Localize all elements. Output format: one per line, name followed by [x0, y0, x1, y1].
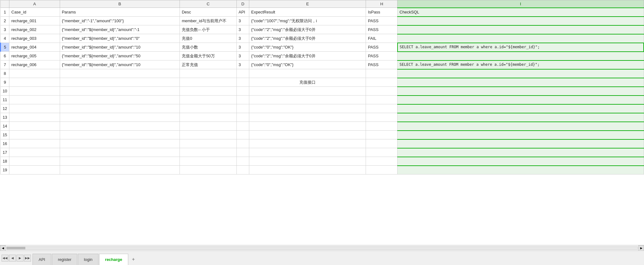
header-checksql: CheckSQL — [398, 8, 644, 17]
col-header-E[interactable]: E — [249, 0, 366, 8]
cell-case-id-1[interactable]: recharge_001 — [9, 17, 60, 25]
cell-ispass-5[interactable]: PASS — [366, 52, 398, 60]
col-header-H[interactable]: H — [366, 0, 398, 8]
tab-bar: ◀◀ ◀ ▶ ▶▶ API register login recharge + — [0, 251, 644, 265]
cell-case-id-3[interactable]: recharge_003 — [9, 34, 60, 43]
table-row: 10 — [1, 87, 644, 96]
scroll-left-btn[interactable]: ◀ — [0, 245, 6, 251]
tab-api[interactable]: API — [33, 254, 51, 265]
table-row: 13 — [1, 113, 644, 122]
table-row: 11 — [1, 96, 644, 104]
tab-recharge[interactable]: recharge — [99, 254, 128, 265]
col-header-A[interactable]: A — [9, 0, 60, 8]
cell-expect-1[interactable]: {"code":"1007","msg":"无权限访问，i — [249, 17, 366, 25]
cell-api-2[interactable]: 3 — [236, 25, 249, 34]
cell-checksql-4[interactable]: SELECT a.leave_amount FROM member a wher… — [398, 43, 644, 52]
corner-cell — [1, 0, 9, 8]
cell-checksql-5[interactable] — [398, 52, 644, 60]
tab-login[interactable]: login — [78, 254, 98, 265]
tabs-wrapper: API register login recharge + — [33, 251, 138, 265]
cell-ispass-1[interactable]: PASS — [366, 17, 398, 25]
row-num-1: 1 — [1, 8, 9, 17]
scroll-track[interactable] — [6, 247, 638, 250]
table-row: 8 — [1, 69, 644, 78]
sql-text-6: SELECT a.leave_amount FROM member a wher… — [399, 62, 540, 67]
table-row: 7 recharge_006 {"member_id":"${member_id… — [1, 60, 644, 69]
col-header-B[interactable]: B — [60, 0, 180, 8]
col-header-I[interactable]: I — [398, 0, 644, 8]
nav-next-btn[interactable]: ▶ — [17, 255, 23, 262]
row-num-7: 7 — [1, 60, 9, 69]
cell-case-id-5[interactable]: recharge_005 — [9, 52, 60, 60]
cell-checksql-1[interactable] — [398, 17, 644, 25]
header-expect: ExpectResult — [249, 8, 366, 17]
table-row: 18 — [1, 157, 644, 166]
header-api: API — [236, 8, 249, 17]
cell-expect-4[interactable]: {"code":"0","msg":"OK"} — [249, 43, 366, 52]
cell-desc-5[interactable]: 充值金额大于50万 — [180, 52, 237, 60]
cell-params-6[interactable]: {"member_id":"${member_id}","amount":"10 — [60, 60, 180, 69]
tab-register[interactable]: register — [52, 254, 77, 265]
cell-case-id-4[interactable]: recharge_004 — [9, 43, 60, 52]
cell-params-2[interactable]: {"member_id":"${member_id}","amount":"-1 — [60, 25, 180, 34]
table-row: 9 充值接口 — [1, 78, 644, 87]
cell-desc-6[interactable]: 正常充值 — [180, 60, 237, 69]
cell-expect-5[interactable]: {"code":"2","msg":"余额必须大于0并 — [249, 52, 366, 60]
nav-last-btn[interactable]: ▶▶ — [24, 255, 31, 262]
header-params: Params — [60, 8, 180, 17]
cell-case-id-6[interactable]: recharge_006 — [9, 60, 60, 69]
cell-checksql-6[interactable]: SELECT a.leave_amount FROM member a wher… — [398, 60, 644, 69]
row-num-3: 3 — [1, 25, 9, 34]
cell-checksql-2[interactable] — [398, 25, 644, 34]
header-case-id: Case_id — [9, 8, 60, 17]
cell-ispass-2[interactable]: PASS — [366, 25, 398, 34]
table-row: 16 — [1, 139, 644, 148]
row-num-5: 5 — [1, 43, 9, 52]
cell-checksql-3[interactable] — [398, 34, 644, 43]
column-header-row: A B C D E H I — [1, 0, 644, 8]
table-row: 6 recharge_005 {"member_id":"${member_id… — [1, 52, 644, 60]
nav-prev-btn[interactable]: ◀ — [9, 255, 16, 262]
cell-api-6[interactable]: 3 — [236, 60, 249, 69]
cell-case-id-2[interactable]: recharge_002 — [9, 25, 60, 34]
cell-expect-6[interactable]: {"code":"0","msg":"OK"} — [249, 60, 366, 69]
cell-params-4[interactable]: {"member_id":"${member_id}","amount":"10 — [60, 43, 180, 52]
cell-ispass-3[interactable]: FAIL — [366, 34, 398, 43]
cell-params-5[interactable]: {"member_id":"${member_id}","amount":"50 — [60, 52, 180, 60]
cell-ispass-4[interactable]: PASS — [366, 43, 398, 52]
cell-api-1[interactable]: 3 — [236, 17, 249, 25]
cell-desc-2[interactable]: 充值负数-- 小于 — [180, 25, 237, 34]
col-header-D[interactable]: D — [236, 0, 249, 8]
table-row: 5 recharge_004 {"member_id":"${member_id… — [1, 43, 644, 52]
table-row: 15 — [1, 131, 644, 139]
cell-ispass-6[interactable]: PASS — [366, 60, 398, 69]
grid-area: A B C D E H I 1 Case_id Params Desc API — [0, 0, 644, 245]
header-desc: Desc — [180, 8, 237, 17]
add-tab-button[interactable]: + — [129, 254, 138, 265]
spreadsheet: A B C D E H I 1 Case_id Params Desc API — [0, 0, 644, 265]
cell-params-3[interactable]: {"member_id":"${member_id}","amount":"0" — [60, 34, 180, 43]
nav-first-btn[interactable]: ◀◀ — [2, 255, 8, 262]
table-row: 12 — [1, 104, 644, 113]
col-header-C[interactable]: C — [180, 0, 237, 8]
cell-expect-3[interactable]: {"code":"2","msg":"余额必须大于0并 — [249, 34, 366, 43]
cell-api-5[interactable]: 3 — [236, 52, 249, 60]
cell-params-1[interactable]: {"member_id":"-1","amount":"100"} — [60, 17, 180, 25]
cell-desc-1[interactable]: member_id与当前用户不 — [180, 17, 237, 25]
cell-expect-2[interactable]: {"code":"2","msg":"余额必须大于0并 — [249, 25, 366, 34]
table-header-row: 1 Case_id Params Desc API ExpectResult I… — [1, 8, 644, 17]
scroll-thumb[interactable] — [7, 247, 25, 249]
scroll-right-btn[interactable]: ▶ — [638, 245, 644, 251]
table-row: 3 recharge_002 {"member_id":"${member_id… — [1, 25, 644, 34]
table-row: 4 recharge_003 {"member_id":"${member_id… — [1, 34, 644, 43]
row-num-4: 4 — [1, 34, 9, 43]
row-num-6: 6 — [1, 52, 9, 60]
cell-desc-4[interactable]: 充值小数 — [180, 43, 237, 52]
table-row: 2 recharge_001 {"member_id":"-1","amount… — [1, 17, 644, 25]
sql-text-4: SELECT a.leave_amount FROM member a wher… — [400, 45, 540, 49]
header-ispass: IsPass — [366, 8, 398, 17]
cell-desc-3[interactable]: 充值0 — [180, 34, 237, 43]
cell-api-4[interactable]: 3 — [236, 43, 249, 52]
cell-api-3[interactable]: 3 — [236, 34, 249, 43]
horizontal-scrollbar[interactable]: ◀ ▶ — [0, 245, 644, 251]
